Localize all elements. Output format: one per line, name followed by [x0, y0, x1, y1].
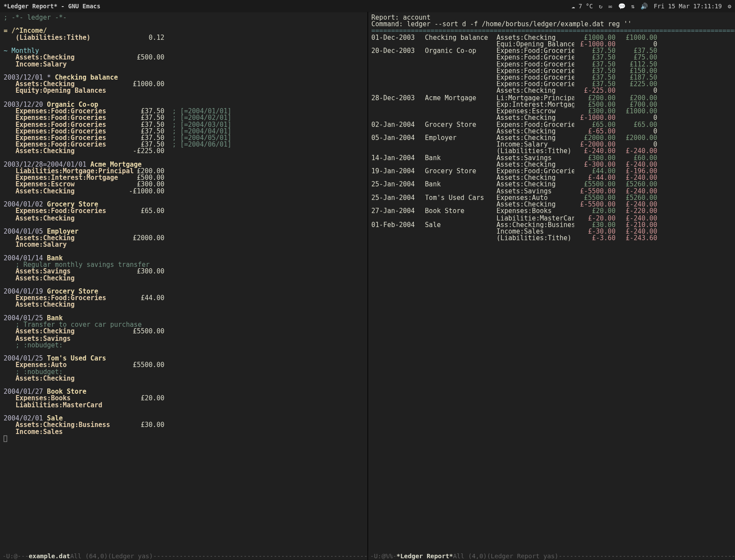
source-line[interactable]: Income:Sales	[4, 429, 364, 435]
report-row[interactable]: 28-Dec-2003Acme MortgageLi:Mortgage:Prin…	[371, 94, 732, 101]
token-indent	[4, 242, 15, 248]
report-payee	[425, 41, 496, 48]
source-line[interactable]: Assets:Checking-£1000.00	[4, 188, 364, 195]
source-line[interactable]: Income:Salary	[4, 61, 364, 68]
report-row[interactable]: Expenses:Escrow£300.00£1000.00	[371, 108, 732, 114]
modeline-flags: -U:@---	[2, 552, 28, 559]
source-line[interactable]: Assets:Checking£500.00	[4, 54, 364, 61]
ledger-source-buffer[interactable]: ; -*- ledger -*- = /^Income/ (Liabilitie…	[0, 12, 367, 550]
token-account: Assets:Checking	[15, 275, 122, 281]
source-line[interactable]: Equity:Opening Balances	[4, 88, 364, 94]
source-line[interactable]: Assets:Checking	[4, 275, 364, 281]
source-line[interactable]: Expenses:Books£20.00	[4, 395, 364, 402]
report-account: Ass:Checking:Business	[497, 221, 574, 228]
report-payee	[425, 175, 496, 181]
ledger-report-buffer[interactable]: Report: accountCommand: ledger --sort d …	[368, 12, 735, 550]
report-row[interactable]: 01-Feb-2004SaleAss:Checking:Business£30.…	[371, 221, 732, 228]
source-line[interactable]: Liabilities:MasterCard	[4, 402, 364, 409]
source-line[interactable]: Income:Salary	[4, 242, 364, 248]
weather-indicator[interactable]: ☁ 7 °C	[571, 3, 593, 9]
report-row[interactable]: Liabilitie:MasterCard£-20.00£-240.00	[371, 215, 732, 221]
report-row[interactable]: Expens:Food:Groceries£37.50£112.50	[371, 61, 732, 68]
report-date	[371, 81, 425, 88]
token-indent	[4, 395, 15, 402]
report-payee	[425, 215, 496, 221]
report-row[interactable]: Expens:Food:Groceries£37.50£150.00	[371, 68, 732, 74]
source-line[interactable]: ; -*- ledger -*-	[4, 14, 364, 21]
report-payee	[425, 128, 496, 134]
report-row[interactable]: 02-Jan-2004Grocery StoreExpens:Food:Groc…	[371, 121, 732, 128]
source-line[interactable]: Expenses:Escrow£300.00	[4, 182, 364, 188]
report-row[interactable]: Assets:Checking£-44.00£-240.00	[371, 175, 732, 181]
report-row[interactable]: 25-Jan-2004Tom's Used CarsExpenses:Auto£…	[371, 195, 732, 201]
network-icon[interactable]: ⇅	[631, 3, 634, 9]
report-payee: Grocery Store	[425, 121, 496, 128]
report-row[interactable]: Expens:Food:Groceries£37.50£187.50	[371, 74, 732, 81]
report-row[interactable]: 19-Jan-2004Grocery StoreExpens:Food:Groc…	[371, 168, 732, 175]
report-account: Li:Mortgage:Principal	[497, 94, 574, 101]
report-account: (Liabilities:Tithe)	[497, 148, 574, 154]
source-line[interactable]: = /^Income/	[4, 28, 364, 34]
volume-icon[interactable]: 🔊	[640, 3, 648, 9]
report-row[interactable]: Expens:Food:Groceries£37.50£75.00	[371, 54, 732, 61]
source-line[interactable]: ; :nobudget:	[4, 342, 364, 348]
report-row[interactable]: Equi:Opening Balances£-1000.000	[371, 41, 732, 48]
report-row[interactable]: Assets:Checking£-300.00£-240.00	[371, 161, 732, 168]
report-row[interactable]: Income:Salary£-2000.000	[371, 141, 732, 148]
source-line[interactable]: Assets:Checking-£225.00	[4, 148, 364, 154]
mail-icon[interactable]: ✉	[609, 3, 612, 9]
report-row[interactable]: 27-Jan-2004Book StoreExpenses:Books£20.0…	[371, 208, 732, 215]
report-payee	[425, 235, 496, 242]
emacs-frame: ; -*- ledger -*- = /^Income/ (Liabilitie…	[0, 12, 735, 560]
source-line[interactable]: Assets:Checking£5500.00	[4, 329, 364, 335]
report-row[interactable]: (Liabilities:Tithe)£-3.60£-243.60	[371, 235, 732, 242]
report-row[interactable]: Assets:Savings£-5500.00£-240.00	[371, 188, 732, 195]
report-balance: £2000.00	[616, 135, 657, 141]
report-row[interactable]: Assets:Checking£-1000.000	[371, 115, 732, 121]
token-amt: £37.50	[122, 121, 164, 128]
report-row[interactable]: (Liabilities:Tithe)£-240.00£-240.00	[371, 148, 732, 154]
refresh-icon[interactable]: ↻	[599, 3, 602, 9]
source-line[interactable]: ; :nobudget:	[4, 368, 364, 375]
report-row[interactable]: 20-Dec-2003Organic Co-opExpens:Food:Groc…	[371, 48, 732, 54]
report-row[interactable]: Assets:Checking£-225.000	[371, 88, 732, 94]
right-pane: Report: accountCommand: ledger --sort d …	[368, 12, 735, 560]
token-indent	[4, 301, 15, 308]
token-account: Equity:Opening Balances	[15, 88, 122, 94]
source-line[interactable]: Assets:Checking	[4, 375, 364, 382]
report-amount: £-3.60	[574, 235, 616, 242]
token-account: Income:Sales	[15, 429, 122, 435]
report-date	[371, 74, 425, 81]
report-date	[371, 235, 425, 242]
token-account: Liabilities:MasterCard	[15, 402, 122, 409]
source-line[interactable]: Assets:Checking	[4, 301, 364, 308]
settings-gear-icon[interactable]: ⚙	[728, 3, 732, 9]
token-amt: £2000.00	[122, 235, 164, 242]
report-row[interactable]: 05-Jan-2004EmployerAssets:Checking£2000.…	[371, 135, 732, 141]
report-date: 19-Jan-2004	[371, 168, 425, 175]
report-row[interactable]: 01-Dec-2003Checking balanceAssets:Checki…	[371, 34, 732, 41]
source-line[interactable]: Assets:Checking	[4, 215, 364, 221]
report-amount: £-20.00	[574, 215, 616, 221]
source-line[interactable]: Assets:Savings£300.00	[4, 268, 364, 275]
report-row[interactable]: Expens:Food:Groceries£37.50£225.00	[371, 81, 732, 88]
clock[interactable]: Fri 15 Mar 17:11:19	[654, 3, 722, 9]
source-line[interactable]	[4, 21, 364, 28]
left-pane: ; -*- ledger -*- = /^Income/ (Liabilitie…	[0, 12, 368, 560]
source-line[interactable]: Expenses:Food:Groceries£65.00	[4, 208, 364, 215]
report-row[interactable]: Assets:Checking£-5500.00£-240.00	[371, 201, 732, 208]
report-row[interactable]: Assets:Checking£-65.000	[371, 128, 732, 134]
token-indent	[4, 362, 15, 368]
report-row[interactable]: 14-Jan-2004BankAssets:Savings£300.00£60.…	[371, 154, 732, 161]
report-row[interactable]: Income:Sales£-30.00£-240.00	[371, 228, 732, 234]
source-line[interactable]: (Liabilities:Tithe)0.12	[4, 34, 364, 41]
report-row[interactable]: Exp:Interest:Mortgage£500.00£700.00	[371, 101, 732, 108]
token-account: Expenses:Food:Groceries	[15, 115, 122, 121]
report-balance: £225.00	[616, 81, 657, 88]
report-payee	[425, 228, 496, 234]
source-line[interactable]: Assets:Checking:Business£30.00	[4, 422, 364, 428]
report-account: Exp:Interest:Mortgage	[497, 101, 574, 108]
chat-icon[interactable]: 💬	[618, 3, 625, 9]
report-row[interactable]: 25-Jan-2004BankAssets:Checking£5500.00£5…	[371, 182, 732, 188]
source-line[interactable]	[4, 41, 364, 48]
